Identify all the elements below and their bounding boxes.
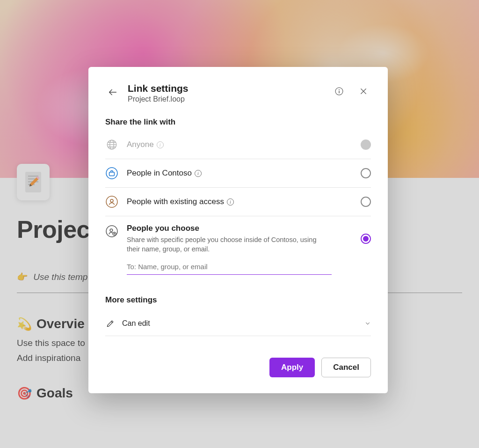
person-add-icon xyxy=(105,225,118,238)
radio-anyone xyxy=(361,140,371,150)
permission-selector[interactable]: Can edit xyxy=(105,311,371,336)
radio-org[interactable] xyxy=(361,168,371,178)
permission-label: Can edit xyxy=(122,319,358,328)
option-anyone: Anyone i xyxy=(105,133,371,159)
share-heading: Share the link with xyxy=(105,118,371,127)
info-mini-icon[interactable]: i xyxy=(227,198,234,206)
recipients-input[interactable] xyxy=(127,260,332,275)
chevron-down-icon xyxy=(364,320,371,327)
option-choose-description: Share with specific people you choose in… xyxy=(127,235,323,254)
close-icon xyxy=(359,87,368,95)
svg-point-16 xyxy=(110,199,113,202)
more-settings-heading: More settings xyxy=(105,295,371,305)
globe-icon xyxy=(105,138,118,151)
option-existing-label: People with existing access xyxy=(127,197,224,206)
option-existing[interactable]: People with existing access i xyxy=(105,188,371,216)
svg-point-13 xyxy=(106,168,117,179)
back-button[interactable] xyxy=(105,85,120,100)
radio-choose[interactable] xyxy=(361,234,371,244)
radio-existing[interactable] xyxy=(361,197,371,207)
option-org[interactable]: People in Contoso i xyxy=(105,159,371,188)
option-anyone-label: Anyone xyxy=(127,140,154,149)
dialog-title: Link settings xyxy=(128,83,324,94)
person-icon xyxy=(105,195,118,208)
link-settings-dialog: Link settings Project Brief.loop Share t… xyxy=(88,67,388,393)
info-button[interactable] xyxy=(332,84,347,99)
svg-point-9 xyxy=(339,89,340,90)
option-choose[interactable]: People you choose Share with specific pe… xyxy=(105,216,371,257)
briefcase-icon xyxy=(105,167,118,180)
option-org-label: People in Contoso xyxy=(127,169,192,178)
dialog-subtitle: Project Brief.loop xyxy=(128,95,324,103)
close-button[interactable] xyxy=(356,84,371,99)
apply-button[interactable]: Apply xyxy=(269,358,315,377)
cancel-button[interactable]: Cancel xyxy=(321,358,371,377)
svg-rect-10 xyxy=(339,91,340,93)
info-mini-icon[interactable]: i xyxy=(195,170,202,177)
info-icon xyxy=(334,87,344,96)
info-mini-icon[interactable]: i xyxy=(157,141,164,148)
option-choose-label: People you choose xyxy=(127,224,199,233)
svg-point-15 xyxy=(106,196,117,207)
svg-rect-14 xyxy=(109,172,115,176)
pencil-icon xyxy=(105,317,116,330)
arrow-left-icon xyxy=(108,87,118,97)
svg-point-18 xyxy=(110,229,113,232)
